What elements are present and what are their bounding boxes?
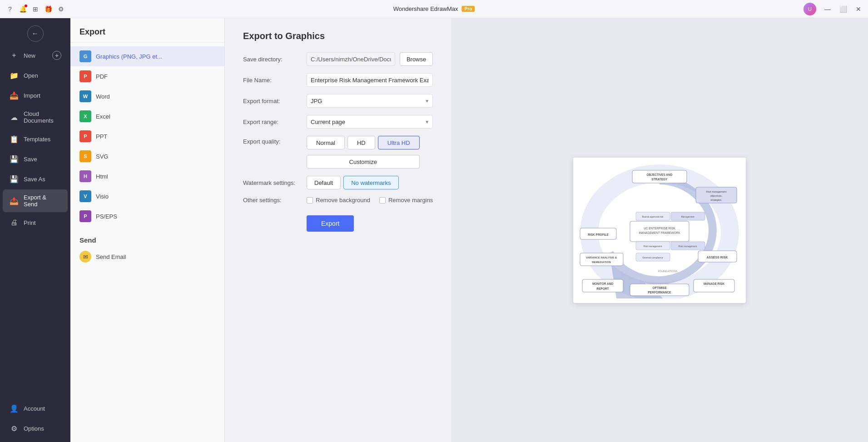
svg-text:OPTIMISE: OPTIMISE (653, 286, 667, 289)
svg-icon: S (79, 150, 91, 162)
format-word[interactable]: W Word (70, 86, 224, 106)
export-range-select-wrap: Current page All pages ▼ (307, 115, 433, 129)
remove-margins-label: Remove margins (388, 197, 433, 204)
svg-text:VARIANCE ANALYSIS &: VARIANCE ANALYSIS & (586, 256, 617, 259)
other-settings-label: Other settings: (243, 197, 302, 204)
export-format-select-wrap: JPG PNG BMP GIF TIFF ▼ (307, 94, 433, 108)
pro-badge: Pro (462, 6, 475, 12)
svg-text:strategies.: strategies. (710, 199, 722, 201)
gift-icon[interactable]: 🎁 (44, 5, 53, 14)
browse-button[interactable]: Browse (400, 52, 433, 66)
format-svg[interactable]: S SVG (70, 146, 224, 166)
export-settings-title: Export to Graphics (243, 31, 433, 41)
other-settings-row: Other settings: Remove background Remove… (243, 197, 433, 204)
sidebar-item-cloud-label: Cloud Documents (24, 110, 61, 124)
minimize-button[interactable]: — (823, 5, 832, 13)
new-icon: + (9, 50, 19, 60)
sidebar-item-account-label: Account (24, 405, 45, 412)
format-pdf[interactable]: P PDF (70, 66, 224, 86)
avatar[interactable]: U (804, 3, 816, 15)
sidebar-item-print[interactable]: 🖨 Print (3, 213, 68, 232)
sidebar-item-import[interactable]: 📥 Import (3, 86, 68, 105)
svg-text:STRATEGY: STRATEGY (652, 178, 668, 181)
apps-icon[interactable]: ⊞ (31, 5, 40, 14)
open-icon: 📁 (9, 70, 19, 80)
format-pseps[interactable]: P PS/EPS (70, 206, 224, 226)
app-title: Wondershare EdrawMax (393, 5, 458, 12)
save-icon: 💾 (9, 154, 19, 164)
quality-hd-button[interactable]: HD (347, 136, 375, 149)
customize-button[interactable]: Customize (307, 155, 420, 169)
settings-icon[interactable]: ⚙ (56, 5, 65, 14)
ppt-icon: P (79, 130, 91, 142)
content-area: Export to Graphics Save directory: Brows… (225, 18, 868, 442)
remove-background-checkbox[interactable] (307, 197, 313, 204)
export-button[interactable]: Export (307, 215, 354, 232)
saveas-icon: 💾 (9, 174, 19, 184)
sidebar-item-open-label: Open (24, 72, 38, 79)
export-format-row: Export format: JPG PNG BMP GIF TIFF ▼ (243, 94, 433, 108)
format-html[interactable]: H Html (70, 166, 224, 186)
export-icon: 📤 (9, 196, 19, 206)
remove-margins-item[interactable]: Remove margins (379, 197, 433, 204)
pdf-icon: P (79, 70, 91, 82)
sidebar-item-options[interactable]: ⚙ Options (3, 419, 68, 438)
quality-normal-button[interactable]: Normal (307, 136, 345, 149)
svg-text:ASSESS RISK: ASSESS RISK (707, 256, 728, 259)
sidebar-item-templates[interactable]: 📋 Templates (3, 129, 68, 149)
file-name-row: File Name: (243, 73, 433, 87)
close-button[interactable]: ✕ (854, 5, 863, 13)
svg-text:Management: Management (681, 215, 695, 218)
format-svg-label: SVG (96, 153, 108, 160)
titlebar: ? 🔔 ⊞ 🎁 ⚙ Wondershare EdrawMax Pro U — ⬜… (0, 0, 868, 18)
svg-rect-18 (580, 253, 623, 266)
send-header: Send (70, 230, 224, 247)
sidebar-item-saveas-label: Save As (24, 176, 45, 183)
remove-margins-checkbox[interactable] (379, 197, 386, 204)
save-directory-row: Save directory: Browse (243, 52, 433, 66)
sidebar-item-export[interactable]: 📤 Export & Send (3, 189, 68, 212)
sidebar-item-templates-label: Templates (24, 136, 50, 143)
sidebar-item-new[interactable]: + New + (3, 46, 68, 65)
format-graphics[interactable]: G Graphics (PNG, JPG et... (70, 46, 224, 66)
export-format-select[interactable]: JPG PNG BMP GIF TIFF (307, 94, 433, 108)
save-directory-input[interactable] (307, 52, 395, 66)
preview-container: UC ENTERPRISE RISK MANAGEMENT FRAMEWORK … (573, 158, 746, 303)
export-format-list: G Graphics (PNG, JPG et... P PDF W Word … (70, 43, 224, 230)
svg-text:REMEDIATION: REMEDIATION (592, 261, 611, 263)
send-email[interactable]: ✉ Send Email (70, 247, 224, 267)
sidebar-item-save[interactable]: 💾 Save (3, 149, 68, 169)
notification-icon[interactable]: 🔔 (18, 5, 27, 14)
svg-text:objectives,: objectives, (710, 194, 722, 197)
main-content: Export to Graphics Save directory: Brows… (225, 18, 868, 442)
watermark-none-button[interactable]: No watermarks (343, 176, 398, 189)
format-excel[interactable]: X Excel (70, 106, 224, 126)
maximize-button[interactable]: ⬜ (839, 5, 847, 13)
help-icon[interactable]: ? (5, 5, 15, 14)
export-range-select[interactable]: Current page All pages (307, 115, 433, 129)
pseps-icon: P (79, 210, 91, 222)
sidebar-item-cloud[interactable]: ☁ Cloud Documents (3, 106, 68, 129)
svg-text:RISK PROFILE: RISK PROFILE (588, 233, 609, 236)
sidebar-item-saveas[interactable]: 💾 Save As (3, 169, 68, 189)
quality-group: Normal HD Ultra HD (307, 136, 420, 149)
watermark-default-button[interactable]: Default (307, 176, 341, 189)
back-button[interactable]: ← (27, 25, 44, 42)
file-name-label: File Name: (243, 77, 302, 84)
new-add-icon[interactable]: + (52, 51, 61, 60)
word-icon: W (79, 90, 91, 102)
svg-text:OBJECTIVES AND: OBJECTIVES AND (647, 173, 673, 176)
options-icon: ⚙ (9, 423, 19, 433)
format-visio[interactable]: V Visio (70, 186, 224, 206)
sidebar-item-account[interactable]: 👤 Account (3, 399, 68, 418)
export-quality-label: Export quality: (243, 136, 302, 145)
export-range-row: Export range: Current page All pages ▼ (243, 115, 433, 129)
email-icon: ✉ (79, 251, 91, 263)
file-name-input[interactable] (307, 73, 433, 87)
sidebar-item-open[interactable]: 📁 Open (3, 66, 68, 85)
quality-ultrahd-button[interactable]: Ultra HD (378, 136, 420, 149)
remove-background-item[interactable]: Remove background (307, 197, 370, 204)
svg-text:MONITOR AND: MONITOR AND (592, 282, 614, 285)
format-ppt[interactable]: P PPT (70, 126, 224, 146)
svg-text:UC ENTERPRISE RISK: UC ENTERPRISE RISK (644, 227, 675, 230)
